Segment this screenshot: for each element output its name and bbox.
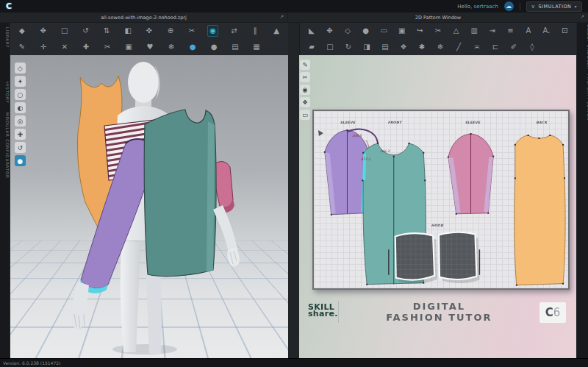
cut-sew-icon[interactable]: ✂ — [101, 41, 113, 53]
annotate-icon[interactable]: ✐ — [508, 41, 520, 53]
pan-icon[interactable]: ⇅ — [101, 25, 112, 37]
pause-icon[interactable]: ∥ — [249, 25, 261, 37]
freeze-icon[interactable]: ❄ — [165, 41, 177, 53]
pink-sleeve-piece[interactable] — [214, 162, 234, 213]
rectangle-icon[interactable]: ▭ — [378, 25, 390, 37]
trace-icon[interactable]: ✂ — [432, 25, 444, 37]
topbar-divider — [520, 3, 520, 10]
colorway-b-icon[interactable]: ● — [208, 41, 220, 53]
edit-pattern-icon[interactable]: ✎ — [16, 41, 28, 53]
avatar-shade-icon[interactable]: ◐ — [15, 102, 26, 113]
cleanup-icon[interactable]: ✱ — [416, 41, 428, 53]
curve-tool-icon[interactable]: ↪ — [415, 25, 426, 37]
select-move-icon[interactable]: ✥ — [37, 25, 49, 37]
grade-box-icon[interactable]: ⊡ — [559, 25, 570, 37]
scissors-icon[interactable]: ✂ — [186, 25, 198, 37]
grading-text-icon[interactable]: A. — [541, 25, 553, 37]
3d-viewport[interactable]: ◇✦○◐◎✚↺● — [10, 55, 288, 358]
cut-2d-icon[interactable]: ✂ — [300, 72, 310, 82]
pattern-hood[interactable] — [395, 232, 480, 284]
bind-icon[interactable]: ⊏ — [490, 41, 501, 53]
segment-sew-icon[interactable]: ╱ — [453, 41, 465, 53]
freeze-2d-icon[interactable]: ❄ — [434, 41, 446, 53]
mirror-icon[interactable]: ◨ — [361, 41, 373, 53]
simulation-button[interactable]: ∨ SIMULATION ▾ — [526, 1, 582, 12]
reset-view-icon[interactable]: ↺ — [15, 142, 26, 153]
greeting-prefix: Hello, — [457, 4, 473, 10]
show-gizmo-icon[interactable]: ✦ — [15, 76, 26, 87]
edit-2d-icon[interactable]: ✎ — [300, 60, 310, 70]
show-garment-icon[interactable]: ◎ — [15, 115, 26, 127]
play-icon[interactable]: ▲ — [270, 25, 282, 37]
flip-icon[interactable]: ◊ — [526, 41, 538, 53]
pleat-icon[interactable]: ≡ — [505, 25, 517, 37]
pattern-back[interactable] — [514, 135, 565, 286]
cloud-icon: ☁ — [506, 4, 512, 10]
align-rows-icon[interactable]: ▤ — [379, 41, 391, 53]
branding-strip: SKILL share. DIGITAL FASHION TUTOR C 6 — [299, 296, 576, 358]
favorite-icon[interactable]: ♥ — [144, 41, 156, 53]
fabric-list-icon[interactable]: ▦ — [251, 41, 262, 53]
align-center-icon[interactable]: ❖ — [398, 41, 409, 53]
expand-icon[interactable]: ↗ — [279, 14, 284, 20]
dart-icon[interactable]: △ — [451, 25, 462, 37]
sidebar-item-library[interactable]: LIBRARY — [0, 27, 10, 48]
polygon-icon[interactable]: ◇ — [342, 25, 354, 37]
sidebar-item-history[interactable]: HISTORY — [0, 82, 10, 103]
simulation-label: SIMULATION — [538, 4, 571, 10]
notch-icon[interactable]: ⇥ — [487, 25, 498, 37]
sidebar-item-object-browser[interactable]: OBJECT BROWSER — [580, 24, 588, 70]
expand-icon[interactable]: ↗ — [580, 14, 584, 20]
free-sew-icon[interactable]: ≍ — [471, 41, 483, 53]
add-icon[interactable]: ✚ — [80, 41, 92, 53]
text-tool-icon[interactable]: A — [523, 25, 534, 37]
pattern-sleeve-right[interactable] — [448, 133, 494, 215]
greeting: Hello, sertraach — [457, 4, 498, 10]
teal-front-piece[interactable] — [144, 110, 216, 277]
project-title: all-sewed-with-image-2-nohood.zprj — [101, 15, 187, 21]
window-layout-icon[interactable]: ◧ — [122, 25, 134, 37]
username-link[interactable]: sertraach — [474, 4, 498, 10]
right-dock-strip: OBJECT BROWSER PROPERTY EDITOR — [576, 23, 588, 358]
arrange-2d-icon[interactable]: ❖ — [300, 97, 310, 107]
tab-3d-window[interactable]: all-sewed-with-image-2-nohood.zprj ↗ — [0, 13, 288, 22]
render-toggle-icon[interactable]: ● — [15, 155, 26, 166]
label-sleeve-right: SLEEVE — [465, 121, 481, 124]
show-grid-icon[interactable]: ◇ — [15, 63, 26, 74]
layer-list-icon[interactable]: ▤ — [229, 41, 241, 53]
sidebar-item-property-editor[interactable]: PROPERTY EDITOR — [580, 74, 588, 121]
pattern-outline-icon[interactable]: □ — [324, 41, 336, 53]
rotate-cw-icon[interactable]: ↻ — [343, 41, 354, 53]
center-tool-icon[interactable]: ✛ — [37, 41, 49, 53]
show-pins-icon[interactable]: ✚ — [15, 129, 26, 140]
tab-2d-pattern-window[interactable]: 2D Pattern Window ↗ — [288, 13, 588, 22]
internal-rectangle-icon[interactable]: ▣ — [396, 25, 408, 37]
clo-logo[interactable]: C — [6, 2, 12, 10]
focus-2d-icon[interactable]: ◉ — [300, 85, 310, 95]
circle-icon[interactable]: ● — [360, 25, 372, 37]
add-point-icon[interactable]: ⊕ — [165, 25, 176, 37]
measurement-206: 206.5 — [352, 134, 362, 138]
seam-allowance-icon[interactable]: ▥ — [468, 25, 480, 37]
delete-icon[interactable]: ✕ — [59, 41, 71, 53]
transform-pattern-icon[interactable]: ◣ — [306, 25, 318, 37]
panel-gap — [288, 23, 299, 358]
select-box-icon[interactable]: □ — [59, 25, 71, 37]
frame-2d-icon[interactable]: ▭ — [300, 110, 310, 120]
rotate-view-icon[interactable]: ↺ — [80, 25, 92, 37]
colorway-a-icon[interactable]: ● — [187, 41, 198, 53]
simulate-icon[interactable]: ◆ — [16, 25, 28, 37]
2d-viewport[interactable]: ✎✂◉❖▭ — [299, 55, 576, 358]
label-sleeve-left: SLEEVE — [340, 121, 356, 124]
pattern-solid-icon[interactable]: ▰ — [306, 41, 318, 53]
sidebar-item-modular-configurator[interactable]: MODULAR CONFIGURATOR — [0, 113, 10, 179]
cloud-sync-button[interactable]: ☁ — [504, 1, 514, 11]
render-style-icon[interactable]: ◉ — [207, 25, 219, 37]
show-avatar-icon[interactable]: ○ — [15, 89, 26, 100]
sync-2d3d-icon[interactable]: ⇄ — [228, 25, 240, 37]
toolbar-2d-row1: ◣✥◇●▭▣↪✂△▥⇥≡AA.⊡ — [300, 24, 576, 39]
pin-icon[interactable]: ✜ — [143, 25, 155, 37]
move-pattern-icon[interactable]: ✥ — [324, 25, 336, 37]
texture-editor-icon[interactable]: ▣ — [123, 41, 135, 53]
pattern-board[interactable]: SLEEVE FRONT SLEEVE BACK HOOD 206.5 266.… — [312, 110, 570, 290]
